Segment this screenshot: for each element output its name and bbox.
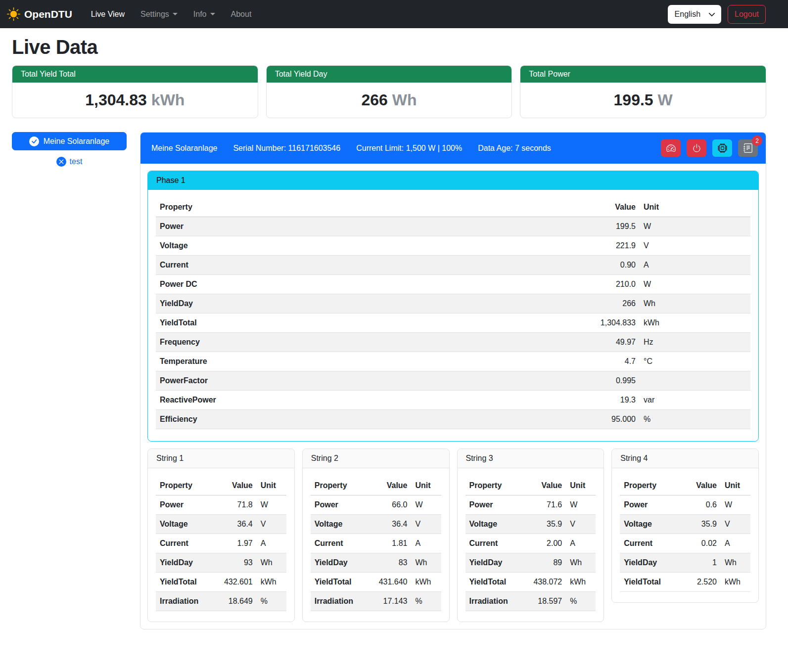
cell-value: 0.995 <box>445 371 640 391</box>
cell-value: 1 <box>682 553 721 573</box>
table-row: YieldDay93Wh <box>156 553 286 573</box>
cell-unit: V <box>412 515 441 534</box>
cell-unit: % <box>257 592 286 611</box>
summary-card-title: Total Power <box>520 66 766 83</box>
cell-unit: Wh <box>640 294 750 314</box>
string-card-4: String 4 Property Value Unit <box>611 448 759 603</box>
logout-button[interactable]: Logout <box>728 5 766 24</box>
main-row: Meine Solaranlage test Meine Solaranlage… <box>12 132 766 629</box>
cell-value: 66.0 <box>367 495 412 515</box>
table-row: Irradiation18.597% <box>465 592 596 611</box>
cell-property: YieldDay <box>156 553 212 573</box>
table-row: Power0.6W <box>620 495 750 515</box>
navbar: OpenDTU Live View Settings Info About En… <box>0 0 788 28</box>
cell-value: 431.640 <box>367 573 412 592</box>
cell-unit: kWh <box>566 573 596 592</box>
column-header-value: Value <box>212 476 257 495</box>
page: Live Data Total Yield Total 1,304.83kWh … <box>0 28 788 636</box>
column-header-property: Property <box>620 476 681 495</box>
phase-card-title: Phase 1 <box>148 171 758 190</box>
nav-right: English Logout <box>668 5 766 24</box>
cell-property: YieldTotal <box>156 573 212 592</box>
language-select[interactable]: English <box>668 5 721 24</box>
cell-property: Irradiation <box>156 592 212 611</box>
nav-item-settings[interactable]: Settings <box>135 6 184 23</box>
string-4-table: Property Value Unit Power0.6WVoltage35.9… <box>620 476 750 592</box>
summary-card-body: 199.5W <box>520 83 766 118</box>
cell-property: Current <box>156 256 445 275</box>
event-log-button[interactable]: 2 <box>738 139 758 157</box>
cell-property: ReactivePower <box>156 391 445 410</box>
cell-value: 71.8 <box>212 495 257 515</box>
inverter-link-label: test <box>70 157 83 166</box>
cell-value: 266 <box>445 294 640 314</box>
cell-property: Power <box>465 495 522 515</box>
cell-property: Irradiation <box>311 592 367 611</box>
summary-card-total-yield-total: Total Yield Total 1,304.83kWh <box>12 65 258 118</box>
column-header-property: Property <box>156 198 445 217</box>
string-card-2: String 2 Property Value Unit <box>302 448 450 622</box>
event-count-badge: 2 <box>752 135 762 146</box>
summary-unit: kWh <box>151 91 185 109</box>
cell-unit: Wh <box>566 553 596 573</box>
limit-settings-button[interactable] <box>661 139 681 157</box>
power-button[interactable] <box>687 139 706 157</box>
table-header-row: Property Value Unit <box>156 476 286 495</box>
table-row: Temperature4.7°C <box>156 352 750 371</box>
nav-item-about[interactable]: About <box>225 6 258 23</box>
inverter-current-limit: Current Limit: 1,500 W | 100% <box>356 144 462 153</box>
cell-value: 4.7 <box>445 352 640 371</box>
cell-unit: Wh <box>412 553 441 573</box>
cell-unit: V <box>566 515 596 534</box>
table-row: Voltage35.9V <box>465 515 596 534</box>
cpu-icon <box>718 143 727 153</box>
string-card-title: String 2 <box>303 449 449 468</box>
x-circle-icon <box>56 157 66 167</box>
summary-value: 266 <box>361 91 387 109</box>
table-header-row: Property Value Unit <box>311 476 441 495</box>
cell-unit: Wh <box>721 553 750 573</box>
inverter-button-meine-solaranlage[interactable]: Meine Solaranlage <box>12 132 127 150</box>
column-header-value: Value <box>522 476 566 495</box>
cell-value: 17.143 <box>367 592 412 611</box>
cell-value: 2.520 <box>682 573 721 592</box>
cell-unit: W <box>640 275 750 294</box>
chevron-down-icon <box>708 11 715 18</box>
cell-unit: °C <box>640 352 750 371</box>
string-3-table: Property Value Unit Power71.6WVoltage35.… <box>465 476 596 611</box>
brand[interactable]: OpenDTU <box>7 7 72 21</box>
cell-unit: W <box>640 217 750 236</box>
cell-property: PowerFactor <box>156 371 445 391</box>
inverter-link-test[interactable]: test <box>12 157 127 167</box>
cell-value: 36.4 <box>212 515 257 534</box>
column-header-unit: Unit <box>257 476 286 495</box>
gauge-icon <box>666 143 676 153</box>
cell-value: 49.97 <box>445 333 640 352</box>
table-row: Power DC210.0W <box>156 275 750 294</box>
cell-value: 35.9 <box>682 515 721 534</box>
string-2-table: Property Value Unit Power66.0WVoltage36.… <box>311 476 441 611</box>
table-row: Voltage221.9V <box>156 236 750 256</box>
cell-value: 93 <box>212 553 257 573</box>
check-circle-icon <box>29 136 39 146</box>
table-row: YieldDay83Wh <box>311 553 441 573</box>
device-info-button[interactable] <box>712 139 732 157</box>
table-row: YieldTotal431.640kWh <box>311 573 441 592</box>
chevron-down-icon <box>173 13 178 15</box>
cell-value: 89 <box>522 553 566 573</box>
cell-unit: A <box>412 534 441 553</box>
nav-item-info[interactable]: Info <box>187 6 221 23</box>
cell-unit: kWh <box>721 573 750 592</box>
table-row: Current0.02A <box>620 534 750 553</box>
inverter-actions: 2 <box>661 139 758 157</box>
cell-unit: V <box>721 515 750 534</box>
phase-table: Property Value Unit Power199.5WVoltage22… <box>156 198 750 429</box>
cell-value: 2.00 <box>522 534 566 553</box>
column-header-unit: Unit <box>412 476 441 495</box>
sun-icon <box>7 7 20 21</box>
cell-value: 71.6 <box>522 495 566 515</box>
cell-property: YieldTotal <box>465 573 522 592</box>
cell-value: 18.597 <box>522 592 566 611</box>
nav-item-live-view[interactable]: Live View <box>85 6 131 23</box>
cell-unit: A <box>257 534 286 553</box>
